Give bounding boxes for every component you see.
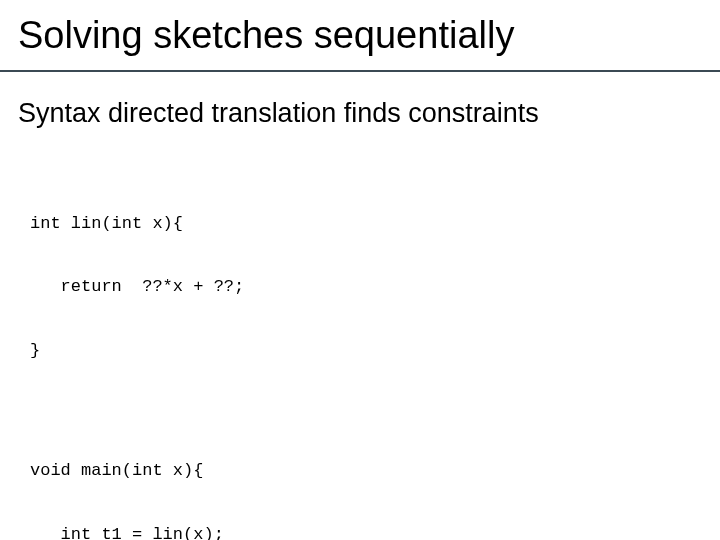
slide: Solving sketches sequentially Syntax dir…: [0, 0, 720, 540]
code-line: int lin(int x){: [30, 213, 336, 234]
code-gap: [30, 404, 336, 418]
slide-title: Solving sketches sequentially: [18, 14, 514, 57]
code-line: void main(int x){: [30, 460, 336, 481]
code-line: return ??*x + ??;: [30, 276, 336, 297]
title-divider: [0, 70, 720, 72]
slide-subtitle: Syntax directed translation finds constr…: [18, 98, 539, 129]
code-line: int t1 = lin(x);: [30, 524, 336, 540]
code-block: int lin(int x){ return ??*x + ??; } void…: [30, 170, 336, 540]
code-line: }: [30, 340, 336, 361]
